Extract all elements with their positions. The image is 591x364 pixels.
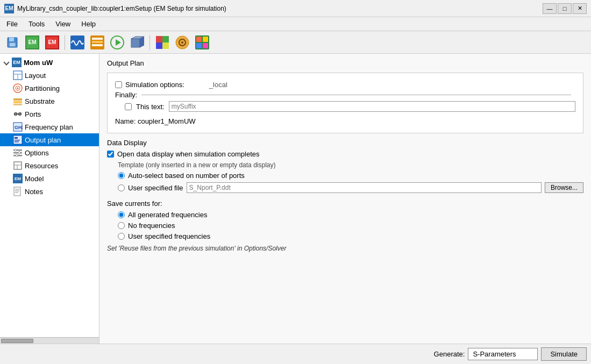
wave-button[interactable] [68, 33, 87, 52]
3d-box-button[interactable] [128, 33, 146, 52]
sidebar-item-frequency-plan[interactable]: GHz Frequency plan [0, 120, 99, 133]
open-data-display-checkbox[interactable] [107, 151, 114, 158]
scrollbar-thumb[interactable] [1, 339, 33, 343]
output-plan-icon [13, 135, 23, 145]
svg-point-49 [16, 154, 18, 156]
sidebar-item-substrate[interactable]: Substrate [0, 95, 99, 108]
wave-icon [70, 35, 84, 49]
sidebar-item-resources[interactable]: Resources [0, 159, 99, 172]
em-red-icon-button[interactable]: EM [43, 33, 61, 52]
auto-select-row: Auto-select based on number of ports [118, 172, 583, 180]
root-em-icon: EM [12, 58, 22, 67]
svg-rect-42 [15, 140, 20, 141]
menu-tools[interactable]: Tools [24, 19, 49, 29]
minimize-button[interactable]: — [543, 3, 557, 14]
stacked-icon [90, 35, 104, 49]
this-text-input[interactable] [169, 101, 575, 112]
sidebar-item-model[interactable]: EM Model [0, 172, 99, 185]
sidebar-item-output-plan[interactable]: Output plan [0, 133, 99, 146]
color-box-icon [155, 35, 169, 49]
sidebar-item-label: Model [25, 175, 44, 183]
menu-view[interactable]: View [51, 19, 75, 29]
spiral-icon [175, 35, 189, 49]
save-button[interactable] [3, 33, 22, 52]
sidebar-root[interactable]: EM Mom uW [0, 56, 99, 69]
svg-rect-1 [9, 38, 14, 41]
section-title: Output Plan [107, 59, 144, 67]
no-frequencies-label: No frequencies [128, 222, 175, 230]
maximize-button[interactable]: □ [558, 3, 572, 14]
menu-file[interactable]: File [2, 19, 22, 29]
svg-rect-41 [15, 137, 18, 139]
svg-rect-45 [13, 152, 22, 154]
svg-rect-14 [156, 36, 162, 42]
name-label: Name: coupler1_MomUW [115, 117, 196, 125]
auto-select-label: Auto-select based on number of ports [128, 172, 245, 180]
user-frequencies-radio[interactable] [118, 233, 125, 240]
sidebar-item-label: Frequency plan [25, 123, 73, 131]
window-controls: — □ ✕ [543, 3, 587, 14]
svg-rect-23 [203, 37, 208, 42]
sidebar-item-label: Ports [25, 110, 41, 118]
output-plan-header: Output Plan [107, 59, 583, 67]
save-icon [6, 37, 18, 48]
sidebar-item-label: Resources [25, 162, 58, 170]
hint-text: Set 'Reuse files from the previous simul… [107, 245, 583, 252]
spiral-button[interactable] [173, 33, 191, 52]
sidebar-item-label: Partitioning [25, 84, 60, 92]
app-icon: EM [4, 4, 14, 13]
sidebar-item-layout[interactable]: Layout [0, 69, 99, 82]
notes-icon [13, 187, 23, 196]
user-file-label: User specified file [128, 184, 183, 192]
sidebar-content: EM Mom uW Layout [0, 54, 99, 337]
sidebar-item-ports[interactable]: Ports [0, 108, 99, 120]
model-em-icon: EM [13, 174, 23, 183]
em-red-icon: EM [45, 35, 59, 49]
user-file-input[interactable] [187, 182, 542, 193]
stacked-button[interactable] [88, 33, 106, 52]
auto-select-radio[interactable] [118, 172, 125, 179]
user-frequencies-row: User specified frequencies [118, 232, 583, 240]
sidebar-item-notes[interactable]: Notes [0, 185, 99, 198]
sidebar-root-label: Mom uW [24, 59, 53, 67]
svg-rect-50 [14, 162, 22, 169]
simulation-options-row: Simulation options: _local [115, 81, 575, 89]
sidebar-item-label: Notes [25, 188, 43, 196]
sidebar-horizontal-scrollbar[interactable] [0, 337, 99, 344]
simulation-options-checkbox[interactable] [115, 81, 122, 88]
svg-text:GHz: GHz [15, 125, 23, 130]
no-frequencies-radio[interactable] [118, 222, 125, 229]
sidebar-item-label: Output plan [25, 136, 61, 144]
sidebar: EM Mom uW Layout [0, 54, 99, 344]
close-button[interactable]: ✕ [573, 3, 587, 14]
svg-rect-4 [70, 35, 84, 49]
svg-rect-7 [92, 41, 103, 43]
generate-select[interactable]: S-Parameters Y-Parameters Z-Parameters [468, 348, 538, 360]
em-icon-button[interactable]: EM [23, 33, 41, 52]
sidebar-item-partitioning[interactable]: Partitioning [0, 82, 99, 95]
svg-rect-24 [196, 43, 202, 48]
save-currents-section: Save currents for: All generated frequen… [107, 199, 583, 240]
status-bar: Generate: S-Parameters Y-Parameters Z-Pa… [0, 344, 591, 364]
svg-rect-6 [92, 38, 103, 40]
simulate-button[interactable]: Simulate [541, 347, 587, 361]
sidebar-tree: EM Mom uW Layout [0, 54, 99, 200]
template-label: Template (only inserted in a new or empt… [118, 161, 583, 169]
this-text-checkbox[interactable] [125, 103, 132, 110]
finally-line [141, 95, 571, 95]
menu-help[interactable]: Help [77, 19, 100, 29]
open-data-display-label: Open data display when simulation comple… [117, 150, 259, 158]
multicolor-button[interactable] [193, 33, 211, 52]
finally-row: Finally: [115, 91, 575, 99]
browse-button[interactable]: Browse... [545, 182, 583, 193]
sidebar-item-label: Substrate [25, 97, 55, 105]
user-file-row: User specified file Browse... [118, 182, 583, 193]
play-button[interactable] [108, 33, 126, 52]
svg-rect-3 [10, 43, 15, 46]
svg-rect-34 [13, 104, 22, 105]
color-box-button[interactable] [153, 33, 172, 52]
user-file-radio[interactable] [118, 184, 125, 191]
menu-bar: File Tools View Help [0, 17, 591, 31]
all-frequencies-radio[interactable] [118, 211, 125, 218]
sidebar-item-options[interactable]: Options [0, 146, 99, 159]
